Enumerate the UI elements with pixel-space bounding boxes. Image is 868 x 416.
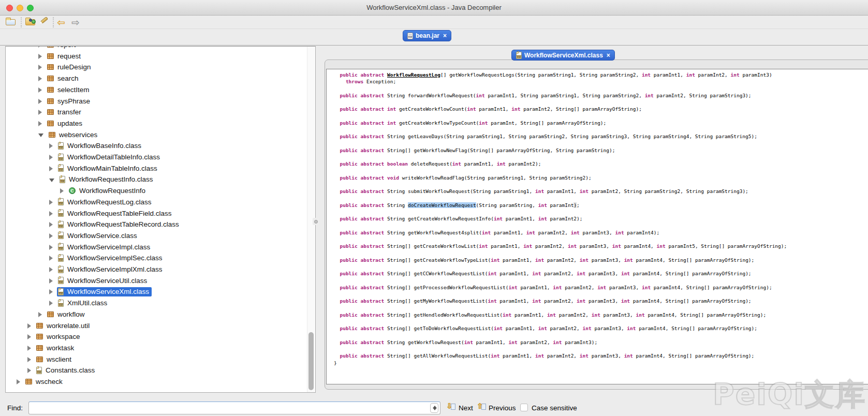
disclosure-triangle[interactable] bbox=[27, 334, 31, 339]
disclosure-triangle[interactable] bbox=[38, 110, 42, 115]
disclosure-triangle[interactable] bbox=[49, 256, 53, 261]
disclosure-triangle[interactable] bbox=[38, 99, 42, 104]
tree-item[interactable]: transfer bbox=[38, 107, 84, 118]
tree-item[interactable]: J010WorkflowServiceImpl.class bbox=[49, 242, 153, 252]
disclosure-triangle[interactable] bbox=[60, 188, 64, 194]
tree-item[interactable]: CWorkflowRequestInfo bbox=[60, 186, 148, 197]
tree-item-label: WorkflowMainTableInfo.class bbox=[67, 165, 157, 172]
tree-item[interactable]: webservices bbox=[38, 129, 100, 140]
tree-item[interactable]: J010WorkflowServiceUtil.class bbox=[49, 275, 150, 286]
tree-item-label: workspace bbox=[47, 333, 80, 340]
tree-item[interactable]: updates bbox=[38, 118, 85, 129]
disclosure-triangle[interactable] bbox=[49, 155, 53, 160]
tree-item[interactable]: J010WorkflowRequestLog.class bbox=[49, 197, 154, 207]
window-titlebar: WorkflowServiceXml.class - Java Decompil… bbox=[0, 0, 868, 16]
tree-item[interactable]: J010WorkflowRequestTableRecord.class bbox=[49, 219, 182, 230]
disclosure-triangle[interactable] bbox=[38, 133, 43, 137]
find-input[interactable] bbox=[28, 402, 440, 414]
tree-item[interactable]: J010WorkflowServiceXml.class bbox=[49, 287, 152, 298]
tree-item[interactable]: selectItem bbox=[38, 84, 92, 95]
disclosure-triangle[interactable] bbox=[49, 179, 54, 182]
tree-item[interactable]: J010WorkflowService.class bbox=[49, 230, 140, 241]
tree-item[interactable]: J010XmlUtil.class bbox=[49, 298, 110, 309]
tree-item[interactable]: J010WorkflowRequestTableField.class bbox=[49, 208, 174, 219]
tree-item[interactable]: search bbox=[38, 73, 81, 84]
tree-item-label: WorkflowRequestInfo bbox=[79, 187, 145, 195]
tab-workflowservicexml-class[interactable]: J 010 WorkflowServiceXml.class × bbox=[511, 50, 615, 61]
back-button[interactable]: ⇦ bbox=[57, 17, 69, 28]
find-text-field[interactable] bbox=[31, 403, 430, 413]
find-previous-label[interactable]: Previous bbox=[489, 404, 516, 412]
disclosure-triangle[interactable] bbox=[27, 357, 31, 362]
tree-scrollbar-thumb[interactable] bbox=[308, 332, 314, 390]
open-type-button[interactable] bbox=[25, 17, 37, 28]
tree-item-label: WorkflowRequestLog.class bbox=[67, 198, 152, 206]
disclosure-triangle[interactable] bbox=[38, 87, 42, 93]
tree-item-label: workrelate.util bbox=[47, 322, 90, 330]
close-icon[interactable]: × bbox=[443, 33, 447, 39]
disclosure-triangle[interactable] bbox=[38, 312, 42, 317]
package-icon bbox=[36, 334, 43, 339]
disclosure-triangle[interactable] bbox=[49, 222, 53, 227]
forward-button[interactable]: ⇨ bbox=[71, 17, 84, 28]
disclosure-triangle[interactable] bbox=[27, 368, 31, 373]
find-next-button[interactable]: ⇩ bbox=[446, 402, 455, 412]
disclosure-triangle[interactable] bbox=[27, 323, 31, 329]
search-button[interactable] bbox=[38, 17, 51, 28]
open-folder-icon bbox=[6, 19, 16, 25]
disclosure-triangle[interactable] bbox=[49, 143, 53, 148]
tree-item[interactable]: J010WorkflowBaseInfo.class bbox=[49, 141, 144, 152]
disclosure-triangle[interactable] bbox=[17, 379, 20, 384]
tree-item[interactable]: report bbox=[38, 46, 78, 51]
disclosure-triangle[interactable] bbox=[38, 65, 42, 70]
tree-item[interactable]: workflow bbox=[38, 309, 87, 320]
tree-item[interactable]: J010WorkflowMainTableInfo.class bbox=[49, 163, 160, 174]
disclosure-triangle[interactable] bbox=[38, 46, 42, 48]
close-icon[interactable]: × bbox=[607, 52, 610, 58]
tabpane-border bbox=[0, 45, 868, 46]
tree-item-label: ruleDesign bbox=[57, 63, 91, 71]
disclosure-triangle[interactable] bbox=[49, 301, 53, 306]
tree-item[interactable]: ruleDesign bbox=[38, 62, 94, 73]
tree-item[interactable]: sysPhrase bbox=[38, 96, 93, 107]
find-next-label[interactable]: Next bbox=[459, 404, 473, 412]
tree-item[interactable]: J010WorkflowDetailTableInfo.class bbox=[49, 152, 163, 163]
disclosure-triangle[interactable] bbox=[27, 346, 31, 351]
code-content[interactable]: public abstract WorkflowRequestLog[] get… bbox=[327, 69, 868, 366]
type-link[interactable]: WorkflowRequestLog bbox=[387, 72, 440, 78]
tree-item-label: request bbox=[57, 52, 81, 60]
tree-item[interactable]: workspace bbox=[27, 332, 83, 343]
disclosure-triangle[interactable] bbox=[49, 289, 53, 294]
disclosure-triangle[interactable] bbox=[38, 76, 42, 81]
tree-item[interactable]: J010WorkflowServiceImplXml.class bbox=[49, 264, 165, 275]
disclosure-triangle[interactable] bbox=[49, 200, 53, 205]
tree-item[interactable]: worktask bbox=[27, 343, 77, 353]
tree-item[interactable]: J010Constants.class bbox=[27, 365, 97, 376]
tree-item[interactable]: wsclient bbox=[27, 354, 74, 365]
class-file-icon: J010 bbox=[36, 367, 42, 374]
tree-item[interactable]: request bbox=[38, 51, 83, 62]
disclosure-triangle[interactable] bbox=[38, 54, 42, 59]
code-viewport: public abstract WorkflowRequestLog[] get… bbox=[326, 69, 868, 384]
tree-item-label: transfer bbox=[57, 108, 81, 116]
find-history-stepper[interactable] bbox=[430, 403, 438, 413]
disclosure-triangle[interactable] bbox=[49, 233, 53, 239]
tree-item[interactable]: workrelate.util bbox=[27, 320, 92, 331]
package-tree: reportrequestruleDesignsearchselectItems… bbox=[5, 46, 316, 393]
disclosure-triangle[interactable] bbox=[49, 278, 53, 284]
find-previous-button[interactable]: ⇧ bbox=[477, 402, 486, 412]
disclosure-triangle[interactable] bbox=[38, 121, 42, 126]
tree-item[interactable]: wscheck bbox=[17, 377, 65, 388]
disclosure-triangle[interactable] bbox=[49, 267, 53, 272]
class-file-icon: J010 bbox=[58, 142, 64, 150]
open-file-button[interactable] bbox=[5, 17, 18, 28]
disclosure-triangle[interactable] bbox=[49, 245, 53, 250]
disclosure-triangle[interactable] bbox=[49, 211, 53, 216]
case-sensitive-checkbox[interactable] bbox=[520, 404, 528, 411]
disclosure-triangle[interactable] bbox=[49, 166, 53, 171]
tree-item[interactable]: J010WorkflowRequestInfo.class bbox=[49, 174, 156, 185]
tree-item[interactable]: J010WorkflowServiceImplSec.class bbox=[49, 253, 165, 264]
tree-item-label: WorkflowRequestTableField.class bbox=[67, 210, 172, 217]
tab-bean-jar[interactable]: 010 bean.jar × bbox=[403, 30, 451, 41]
splitter-handle[interactable] bbox=[313, 218, 319, 225]
